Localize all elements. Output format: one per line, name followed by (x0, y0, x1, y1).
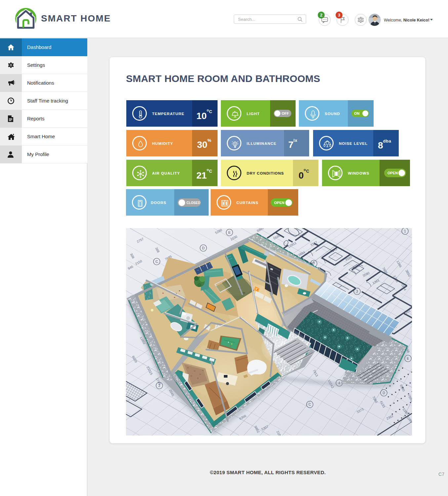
svg-text:E: E (228, 230, 230, 234)
svg-text:D: D (383, 391, 385, 395)
svg-text:D: D (202, 246, 205, 250)
svg-text:1: 1 (404, 229, 406, 233)
svg-text:3: 3 (356, 289, 358, 293)
svg-text:C: C (155, 260, 158, 264)
svg-text:C: C (308, 402, 311, 406)
svg-text:E: E (407, 356, 409, 360)
svg-text:2: 2 (158, 384, 160, 388)
